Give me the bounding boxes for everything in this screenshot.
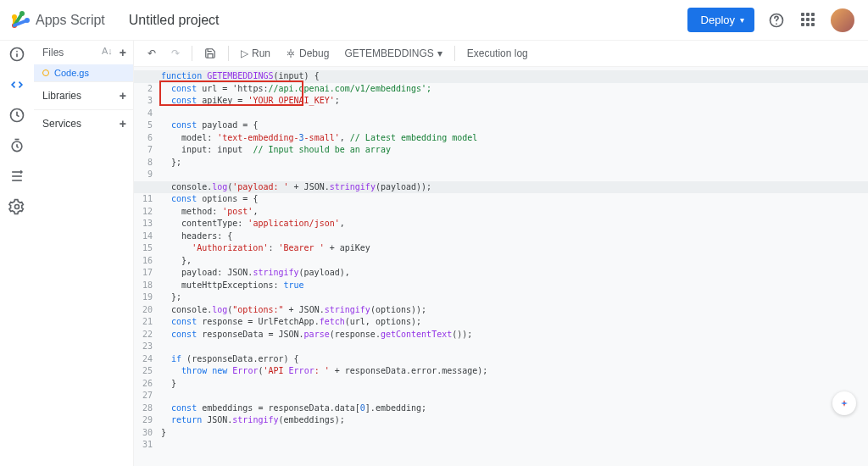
editor-toolbar: ↶ ↷ ▷ Run Debug GETEMBEDDINGS ▾ Executio… (134, 41, 868, 67)
svg-line-18 (293, 52, 295, 53)
sort-icon[interactable]: A↓ (102, 46, 113, 59)
svg-line-17 (287, 52, 289, 53)
info-icon[interactable] (8, 46, 25, 63)
code-editor[interactable]: 1234567891011121314151617181920212223242… (134, 67, 868, 466)
redo-icon[interactable]: ↷ (164, 44, 186, 63)
add-service-icon[interactable]: + (120, 117, 126, 130)
undo-icon[interactable]: ↶ (141, 44, 163, 63)
executions-icon[interactable] (8, 168, 25, 185)
help-icon[interactable] (766, 10, 787, 31)
apps-grid-icon[interactable] (798, 10, 819, 31)
svg-point-13 (15, 205, 19, 209)
services-heading: Services (42, 118, 81, 130)
file-status-icon (42, 69, 49, 76)
svg-point-14 (289, 52, 292, 55)
editor-icon[interactable] (8, 76, 25, 93)
highlight-annotation (159, 80, 303, 106)
product-logo: Apps Script (10, 10, 105, 31)
add-library-icon[interactable]: + (120, 89, 126, 103)
account-avatar[interactable] (831, 8, 854, 32)
app-header: Apps Script Untitled project Deploy▾ (0, 0, 868, 41)
product-name: Apps Script (36, 13, 105, 28)
line-gutter: 1234567891011121314151617181920212223242… (134, 67, 158, 466)
deploy-button[interactable]: Deploy▾ (687, 8, 754, 32)
debug-button[interactable]: Debug (279, 44, 336, 63)
file-item-code-gs[interactable]: Code.gs (34, 64, 133, 81)
libraries-heading: Libraries (42, 90, 81, 102)
files-sidebar: Files A↓ + Code.gs Libraries + Services … (34, 41, 134, 466)
run-button[interactable]: ▷ Run (234, 44, 277, 63)
settings-icon[interactable] (8, 198, 25, 215)
save-icon[interactable] (198, 44, 223, 63)
apps-script-logo-icon (10, 10, 31, 31)
chevron-down-icon: ▾ (740, 15, 744, 25)
svg-point-8 (16, 51, 18, 53)
files-heading: Files (42, 47, 64, 58)
main-area: ↶ ↷ ▷ Run Debug GETEMBEDDINGS ▾ Executio… (134, 41, 868, 466)
left-icon-rail (0, 41, 34, 466)
project-title[interactable]: Untitled project (129, 13, 220, 28)
add-file-icon[interactable]: + (120, 46, 126, 59)
svg-line-19 (287, 54, 289, 55)
triggers-icon[interactable] (8, 137, 25, 154)
svg-point-5 (776, 23, 777, 25)
execution-log-button[interactable]: Execution log (460, 44, 535, 63)
function-select[interactable]: GETEMBEDDINGS ▾ (337, 44, 448, 63)
code-content[interactable]: function GETEMBEDDINGS(input) { const ur… (158, 67, 868, 466)
svg-line-20 (293, 54, 295, 55)
history-icon[interactable] (8, 107, 25, 124)
